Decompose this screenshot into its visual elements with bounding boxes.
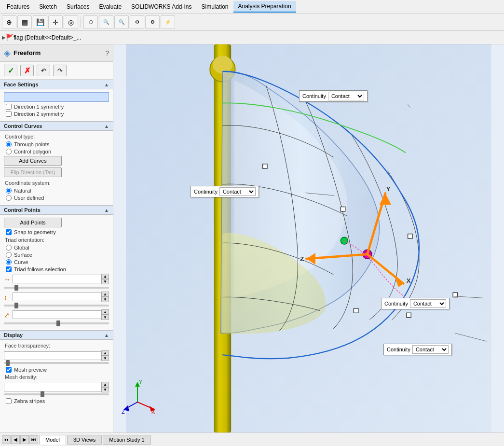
freeform-icon: ◈ bbox=[4, 48, 11, 58]
continuity-bottom-select[interactable]: Contact Tangent Curvature bbox=[412, 345, 449, 354]
curve-radio[interactable] bbox=[6, 259, 12, 265]
add-points-button[interactable]: Add Points bbox=[4, 218, 62, 227]
help-icon[interactable]: ? bbox=[105, 49, 109, 57]
menu-simulation[interactable]: Simulation bbox=[196, 1, 233, 12]
toolbar-btn-7[interactable]: ⚙ bbox=[130, 15, 144, 29]
svg-text:Y: Y bbox=[386, 185, 391, 193]
tree-bar: ▶ 🚩 flag (Default<<Default>_... bbox=[0, 31, 504, 44]
toolbar: ⊕ ▤ 💾 ✛ ◎ ⬡ 🔍 🔍 ⚙ ⚙ ⚡ bbox=[0, 14, 504, 31]
tree-flag-icon: 🚩 bbox=[6, 34, 14, 41]
dir1-symmetry-checkbox[interactable] bbox=[6, 104, 12, 110]
z-coord-input[interactable]: 16.980mm bbox=[13, 310, 101, 319]
snap-geometry-checkbox[interactable] bbox=[6, 229, 12, 235]
y-coord-input[interactable]: 0.000mm bbox=[13, 293, 101, 301]
menu-solidworks-addins[interactable]: SOLIDWORKS Add-Ins bbox=[126, 1, 196, 12]
flag-svg: Y Z X bbox=[113, 44, 504, 432]
transparency-input[interactable]: 0.0 bbox=[4, 351, 101, 360]
triad-follows-checkbox[interactable] bbox=[6, 266, 12, 272]
transparency-spin-down[interactable]: ▼ bbox=[101, 356, 109, 361]
transparency-spin-up[interactable]: ▲ bbox=[101, 350, 109, 356]
continuity-right-select[interactable]: Contact Tangent Curvature bbox=[410, 299, 446, 308]
tab-3d-views[interactable]: 3D Views bbox=[67, 435, 102, 445]
menu-surfaces[interactable]: Surfaces bbox=[62, 1, 94, 12]
toolbar-btn-6[interactable]: 🔍 bbox=[114, 15, 129, 29]
mesh-density-input[interactable]: 5 bbox=[4, 383, 101, 391]
z-spin-up[interactable]: ▲ bbox=[101, 309, 109, 315]
nav-arrows: ⏮ ◀ ▶ ⏭ bbox=[2, 435, 38, 444]
user-defined-radio[interactable] bbox=[6, 195, 12, 201]
global-radio[interactable] bbox=[6, 245, 12, 251]
display-header[interactable]: Display ▲ bbox=[0, 330, 113, 340]
svg-text:Z: Z bbox=[122, 409, 125, 415]
tree-item-label: flag (Default<<Default>_... bbox=[14, 34, 81, 41]
menu-evaluate[interactable]: Evaluate bbox=[94, 1, 126, 12]
viewport[interactable]: Y Z X Continuity Contact Tangent Curvatu… bbox=[113, 44, 504, 432]
continuity-bottom: Continuity Contact Tangent Curvature bbox=[383, 344, 452, 355]
flip-direction-button[interactable]: Flip Direction (Tab) bbox=[4, 167, 62, 177]
toolbar-btn-1[interactable]: ▤ bbox=[17, 15, 32, 29]
toolbar-btn-8[interactable]: ⚙ bbox=[145, 15, 160, 29]
add-curves-button[interactable]: Add Curves bbox=[4, 156, 62, 166]
continuity-top-select[interactable]: Contact Tangent Curvature bbox=[328, 92, 364, 100]
redo-button[interactable]: ↷ bbox=[53, 65, 67, 76]
undo-button[interactable]: ↶ bbox=[37, 65, 50, 76]
zebra-stripes-checkbox[interactable] bbox=[6, 398, 12, 404]
ok-button[interactable]: ✓ bbox=[4, 65, 17, 76]
tab-model[interactable]: Model bbox=[39, 435, 66, 445]
x-coord-row: ↔ 0.000mm ▲ ▼ bbox=[4, 274, 109, 285]
nav-first[interactable]: ⏮ bbox=[2, 435, 11, 444]
control-curves-collapse-icon: ▲ bbox=[104, 124, 109, 129]
snap-geometry-row: Snap to geometry bbox=[4, 229, 109, 235]
toolbar-btn-save[interactable]: 💾 bbox=[33, 15, 47, 29]
face-settings-header[interactable]: Face Settings ▲ bbox=[0, 80, 113, 89]
dir1-symmetry-label: Direction 1 symmetry bbox=[14, 104, 64, 110]
toolbar-btn-save2[interactable]: ⬡ bbox=[83, 15, 98, 29]
tab-motion-study[interactable]: Motion Study 1 bbox=[103, 435, 150, 445]
continuity-top-label: Continuity bbox=[302, 93, 326, 99]
toolbar-btn-5[interactable]: 🔍 bbox=[99, 15, 113, 29]
toolbar-btn-rotate[interactable]: ◎ bbox=[64, 15, 78, 29]
menu-features[interactable]: Features bbox=[2, 1, 34, 12]
display-content: Face transparency: 0.0 ▲ ▼ Mesh preview … bbox=[0, 340, 113, 408]
x-slider-row bbox=[4, 287, 109, 289]
face-input[interactable]: Face<1> bbox=[4, 92, 109, 102]
main-layout: ◈ Freeform ? ✓ ✗ ↶ ↷ Face Settings ▲ Fac… bbox=[0, 44, 504, 432]
panel-header: ◈ Freeform ? bbox=[0, 44, 113, 62]
control-points-header[interactable]: Control Points ▲ bbox=[0, 205, 113, 215]
x-coord-input[interactable]: 0.000mm bbox=[13, 275, 101, 283]
through-points-row: Through points bbox=[4, 141, 109, 147]
y-spin-up[interactable]: ▲ bbox=[101, 292, 109, 297]
toolbar-btn-target[interactable]: ✛ bbox=[48, 15, 63, 29]
toolbar-btn-0[interactable]: ⊕ bbox=[2, 15, 16, 29]
control-polygon-radio[interactable] bbox=[6, 149, 12, 154]
menu-analysis-preparation[interactable]: Analysis Preparation bbox=[233, 1, 296, 13]
mesh-density-spin-up[interactable]: ▲ bbox=[101, 382, 109, 387]
y-spin-down[interactable]: ▼ bbox=[101, 297, 109, 302]
mesh-preview-checkbox[interactable] bbox=[6, 367, 12, 373]
tree-expand-arrow[interactable]: ▶ bbox=[2, 35, 6, 40]
z-spin-down[interactable]: ▼ bbox=[101, 315, 109, 320]
bottom-bar: ⏮ ◀ ▶ ⏭ Model 3D Views Motion Study 1 bbox=[0, 432, 504, 446]
nav-last[interactable]: ⏭ bbox=[29, 435, 38, 444]
surface-radio[interactable] bbox=[6, 252, 12, 258]
toolbar-btn-9[interactable]: ⚡ bbox=[161, 15, 175, 29]
through-points-radio[interactable] bbox=[6, 141, 12, 147]
svg-text:X: X bbox=[151, 409, 155, 415]
face-settings-collapse-icon: ▲ bbox=[104, 82, 109, 87]
continuity-middle-select[interactable]: Contact Tangent Curvature bbox=[219, 187, 256, 196]
control-curves-header[interactable]: Control Curves ▲ bbox=[0, 121, 113, 131]
axis-indicator: Y X Z bbox=[121, 378, 159, 418]
x-spin-up[interactable]: ▲ bbox=[101, 274, 109, 279]
natural-radio[interactable] bbox=[6, 188, 12, 194]
nav-next[interactable]: ▶ bbox=[20, 435, 29, 444]
mesh-preview-row: Mesh preview bbox=[4, 367, 109, 373]
x-spin-down[interactable]: ▼ bbox=[101, 279, 109, 284]
mesh-preview-label: Mesh preview bbox=[14, 367, 47, 373]
dir2-symmetry-row: Direction 2 symmetry bbox=[4, 111, 109, 117]
dir2-symmetry-checkbox[interactable] bbox=[6, 111, 12, 117]
mesh-density-label: Mesh density: bbox=[4, 374, 109, 380]
cancel-button[interactable]: ✗ bbox=[20, 65, 34, 76]
nav-prev[interactable]: ◀ bbox=[11, 435, 20, 444]
mesh-density-spin-down[interactable]: ▼ bbox=[101, 387, 109, 392]
menu-sketch[interactable]: Sketch bbox=[34, 1, 62, 12]
